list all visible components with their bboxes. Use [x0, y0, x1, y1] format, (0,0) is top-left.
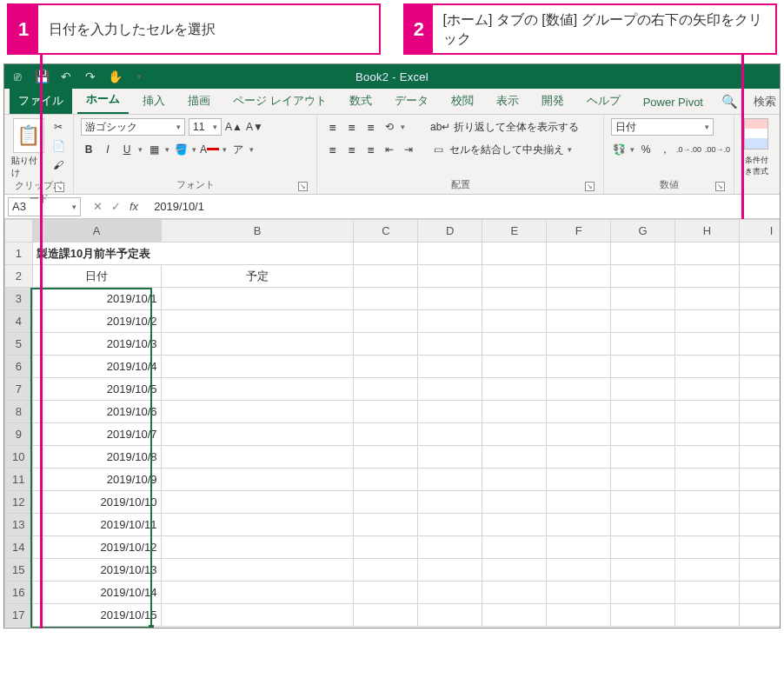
search-icon[interactable]: 🔍: [721, 94, 738, 110]
cell-A11[interactable]: 2019/10/9: [32, 469, 161, 491]
row-header-10[interactable]: 10: [5, 446, 33, 469]
qat-customize-icon[interactable]: ▾: [131, 69, 147, 84]
row-header-9[interactable]: 9: [5, 423, 33, 446]
number-format-select[interactable]: 日付▾: [611, 118, 714, 136]
conditional-formatting-icon[interactable]: [744, 118, 768, 150]
tab-power-pivot[interactable]: Power Pivot: [635, 90, 712, 114]
enter-formula-icon[interactable]: ✓: [111, 200, 121, 213]
col-header-H[interactable]: H: [675, 220, 740, 243]
row-header-15[interactable]: 15: [5, 559, 33, 582]
row-header-6[interactable]: 6: [5, 356, 33, 378]
col-header-C[interactable]: C: [354, 220, 418, 243]
clipboard-launcher-icon[interactable]: ↘: [55, 183, 64, 192]
tab-draw[interactable]: 描画: [179, 88, 219, 114]
touch-mode-icon[interactable]: ✋: [107, 69, 123, 84]
chevron-down-icon[interactable]: ▾: [192, 145, 196, 154]
increase-indent-icon[interactable]: ⇥: [401, 141, 416, 158]
phonetic-icon[interactable]: ア: [230, 141, 246, 158]
cell-A10[interactable]: 2019/10/8: [32, 446, 161, 469]
tab-help[interactable]: ヘルプ: [578, 88, 629, 114]
cell-A6[interactable]: 2019/10/4: [32, 356, 161, 378]
cell-A4[interactable]: 2019/10/2: [32, 310, 161, 333]
col-header-E[interactable]: E: [482, 220, 547, 243]
row-header-16[interactable]: 16: [5, 582, 33, 604]
undo-icon[interactable]: ↶: [58, 69, 74, 84]
tab-review[interactable]: 校閲: [442, 88, 482, 114]
alignment-launcher-icon[interactable]: ↘: [585, 182, 595, 191]
worksheet-grid[interactable]: A B C D E F G H I 1 製造課10月前半予定表 2 日付 予定 …: [4, 219, 780, 628]
cell-A9[interactable]: 2019/10/7: [32, 423, 161, 446]
align-middle-icon[interactable]: ≡: [343, 118, 359, 136]
cell-A5[interactable]: 2019/10/3: [32, 333, 161, 356]
font-launcher-icon[interactable]: ↘: [298, 182, 308, 191]
tab-insert[interactable]: 挿入: [134, 88, 174, 114]
underline-button[interactable]: U: [119, 141, 135, 158]
decrease-decimal-icon[interactable]: .00→.0: [705, 141, 730, 158]
row-header-3[interactable]: 3: [5, 288, 33, 310]
merge-cells-icon[interactable]: ▭: [430, 141, 446, 158]
font-name-select[interactable]: 游ゴシック▾: [81, 118, 185, 136]
chevron-down-icon[interactable]: ▾: [568, 145, 572, 154]
percent-format-button[interactable]: %: [638, 141, 654, 158]
bold-button[interactable]: B: [81, 141, 96, 158]
tab-developer[interactable]: 開発: [533, 88, 573, 114]
col-header-A[interactable]: A: [32, 220, 161, 243]
select-all-corner[interactable]: [5, 220, 33, 243]
align-center-icon[interactable]: ≡: [343, 141, 359, 158]
decrease-indent-icon[interactable]: ⇤: [382, 141, 397, 158]
col-header-B[interactable]: B: [161, 220, 354, 243]
row-header-14[interactable]: 14: [5, 536, 33, 559]
align-right-icon[interactable]: ≡: [362, 141, 378, 158]
cell-A16[interactable]: 2019/10/14: [32, 582, 161, 604]
autosave-icon[interactable]: ⎚: [10, 69, 25, 84]
redo-icon[interactable]: ↷: [83, 69, 98, 84]
align-top-icon[interactable]: ≡: [324, 118, 340, 136]
font-color-icon[interactable]: A: [200, 141, 219, 158]
row-header-1[interactable]: 1: [5, 243, 33, 265]
row-header-13[interactable]: 13: [5, 514, 33, 536]
cell-A15[interactable]: 2019/10/13: [32, 559, 161, 582]
cancel-formula-icon[interactable]: ✕: [93, 200, 103, 213]
tab-formulas[interactable]: 数式: [341, 88, 381, 114]
cell-A12[interactable]: 2019/10/10: [32, 491, 161, 514]
comma-format-button[interactable]: ，: [657, 141, 673, 158]
row-header-17[interactable]: 17: [5, 604, 33, 627]
search-label[interactable]: 検索: [754, 94, 776, 110]
italic-button[interactable]: I: [100, 141, 116, 158]
orientation-icon[interactable]: ⟲: [382, 118, 397, 136]
chevron-down-icon[interactable]: ▾: [138, 145, 143, 154]
chevron-down-icon[interactable]: ▾: [630, 145, 635, 154]
format-painter-icon[interactable]: 🖌: [50, 156, 66, 174]
wrap-text-icon[interactable]: ab↵: [430, 118, 450, 136]
accounting-format-icon[interactable]: 💱: [611, 141, 627, 158]
tab-page-layout[interactable]: ページ レイアウト: [224, 88, 336, 114]
wrap-text-label[interactable]: 折り返して全体を表示する: [454, 120, 579, 135]
row-header-4[interactable]: 4: [5, 310, 33, 333]
number-launcher-icon[interactable]: ↘: [715, 182, 725, 191]
cut-icon[interactable]: ✂: [50, 118, 66, 136]
formula-input[interactable]: 2019/10/1: [147, 200, 780, 213]
chevron-down-icon[interactable]: ▾: [249, 145, 254, 154]
row-header-7[interactable]: 7: [5, 378, 33, 401]
row-header-12[interactable]: 12: [5, 491, 33, 514]
align-left-icon[interactable]: ≡: [324, 141, 340, 158]
row-header-8[interactable]: 8: [5, 401, 33, 423]
chevron-down-icon[interactable]: ▾: [165, 145, 169, 154]
merge-cells-label[interactable]: セルを結合して中央揃え: [449, 143, 564, 157]
cell-A13[interactable]: 2019/10/11: [32, 514, 161, 536]
col-header-I[interactable]: I: [740, 220, 781, 243]
col-header-G[interactable]: G: [611, 220, 675, 243]
row-header-5[interactable]: 5: [5, 333, 33, 356]
cell-A3[interactable]: 2019/10/1: [32, 288, 161, 310]
borders-icon[interactable]: ▦: [146, 141, 162, 158]
chevron-down-icon[interactable]: ▾: [223, 145, 227, 154]
font-size-select[interactable]: 11▾: [189, 118, 222, 136]
row-header-2[interactable]: 2: [5, 265, 33, 288]
tab-view[interactable]: 表示: [488, 88, 528, 114]
conditional-formatting-label[interactable]: 条件付き書式: [741, 155, 771, 177]
row-header-11[interactable]: 11: [5, 469, 33, 491]
cell-A7[interactable]: 2019/10/5: [32, 378, 161, 401]
cell-A8[interactable]: 2019/10/6: [32, 401, 161, 423]
tab-home[interactable]: ホーム: [77, 86, 129, 114]
chevron-down-icon[interactable]: ▾: [401, 123, 405, 131]
